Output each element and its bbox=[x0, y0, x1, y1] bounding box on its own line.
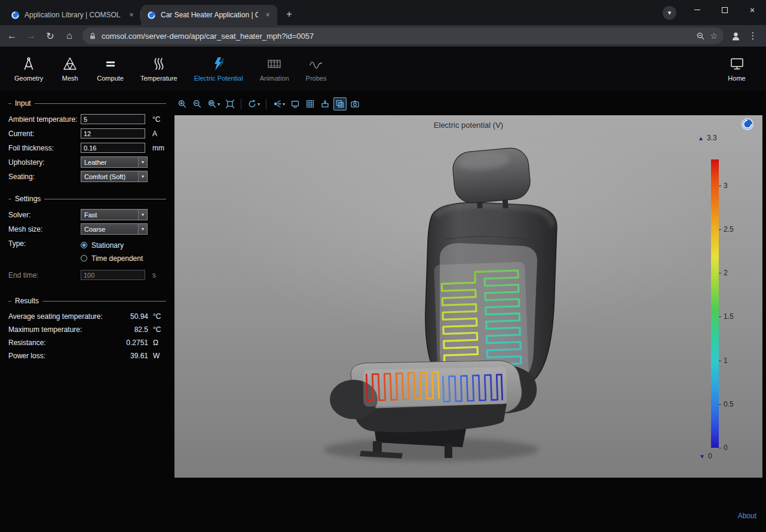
grid-button[interactable] bbox=[304, 97, 317, 110]
browser-menu-button[interactable]: ⋮ bbox=[746, 27, 760, 44]
legend-tick-label: 0 bbox=[724, 444, 728, 452]
radio-time-dependent[interactable]: Time dependent bbox=[81, 254, 166, 263]
animation-icon bbox=[266, 56, 283, 72]
legend-tick-label: 1 bbox=[724, 356, 728, 365]
foil-thickness-label: Foil thickness: bbox=[8, 144, 81, 152]
clip-plane-button[interactable] bbox=[318, 97, 332, 110]
result-unit: °C bbox=[148, 312, 166, 321]
car-seat-3d-model[interactable] bbox=[174, 115, 762, 478]
radio-stationary-label: Stationary bbox=[91, 241, 124, 250]
reload-button[interactable]: ↻ bbox=[42, 27, 59, 44]
result-row: Resistance: 0.2751 Ω bbox=[8, 336, 166, 349]
maximize-icon bbox=[722, 7, 728, 13]
ribbon-label: Temperature bbox=[140, 75, 177, 82]
zoom-box-button[interactable]: ▾ bbox=[206, 97, 222, 110]
probes-icon bbox=[308, 56, 324, 72]
upholstery-label: Upholstery: bbox=[8, 158, 81, 167]
zoom-extents-button[interactable] bbox=[223, 97, 237, 110]
type-label: Type: bbox=[8, 239, 81, 248]
url-text: comsol.com/server-demo/app/car_seat_heat… bbox=[102, 32, 691, 41]
tab-car-seat-heater[interactable]: Car Seat Heater Application | CO × bbox=[141, 5, 277, 25]
ribbon-label: Compute bbox=[97, 75, 124, 82]
upholstery-select[interactable]: Leather ▾ bbox=[81, 156, 148, 168]
ribbon-item-mesh[interactable]: Mesh bbox=[51, 53, 88, 85]
ribbon-item-temperature[interactable]: Temperature bbox=[132, 53, 186, 85]
ribbon-item-geometry[interactable]: Geometry bbox=[6, 53, 51, 85]
forward-button[interactable]: → bbox=[23, 27, 39, 44]
section-input: Input bbox=[8, 99, 166, 107]
scene-light-button[interactable]: ▾ bbox=[271, 97, 287, 110]
dropdown-caret-icon: ▾ bbox=[217, 102, 220, 107]
current-unit: A bbox=[148, 130, 166, 138]
minimize-button[interactable] bbox=[684, 0, 711, 20]
result-label: Maximum temperature: bbox=[8, 325, 114, 334]
tab-close-icon[interactable]: × bbox=[127, 10, 136, 20]
ribbon-item-electric-potential[interactable]: Electric Potential bbox=[186, 53, 252, 85]
legend-tick bbox=[719, 229, 721, 230]
browser-toolbar: ← → ↻ ⌂ comsol.com/server-demo/app/car_s… bbox=[0, 25, 766, 47]
tab-application-library[interactable]: Application Library | COMSOL Se × bbox=[5, 5, 141, 25]
tab-search-button[interactable]: ▾ bbox=[663, 6, 676, 20]
ribbon-item-animation[interactable]: Animation bbox=[252, 53, 298, 85]
close-button[interactable]: × bbox=[739, 0, 766, 20]
mesh-size-select[interactable]: Coarse ▾ bbox=[81, 223, 148, 235]
bookmark-star-icon[interactable]: ☆ bbox=[710, 31, 718, 41]
avatar-button[interactable] bbox=[728, 29, 743, 44]
color-legend-bar bbox=[711, 159, 719, 448]
current-field[interactable] bbox=[81, 128, 145, 139]
tab-close-icon[interactable]: × bbox=[263, 10, 272, 20]
result-value: 39.61 bbox=[114, 352, 148, 360]
heater-coil-cushion bbox=[363, 367, 507, 407]
graphics-toolbar: ▾ ▾ ▾ bbox=[176, 96, 766, 112]
result-label: Power loss: bbox=[8, 352, 114, 360]
end-time-field[interactable] bbox=[81, 270, 145, 280]
chevron-down-icon: ▾ bbox=[138, 157, 147, 167]
address-bar[interactable]: comsol.com/server-demo/app/car_seat_heat… bbox=[82, 27, 724, 44]
default-view-button[interactable]: ▾ bbox=[246, 97, 262, 110]
ribbon-item-compute[interactable]: Compute bbox=[88, 53, 132, 85]
result-row: Maximum temperature: 82.5 °C bbox=[8, 323, 166, 336]
browser-window: { "colors": { "accent_blue": "#31a2ea", … bbox=[0, 0, 766, 532]
ribbon-item-probes[interactable]: Probes bbox=[298, 53, 335, 85]
seating-select[interactable]: Comfort (Soft) ▾ bbox=[81, 171, 148, 182]
tab-title: Car Seat Heater Application | CO bbox=[161, 11, 258, 19]
minimize-icon bbox=[694, 10, 700, 10]
radio-stationary[interactable]: Stationary bbox=[81, 241, 166, 250]
zoom-in-button[interactable] bbox=[176, 97, 189, 110]
radio-unselected-icon bbox=[81, 255, 87, 262]
ribbon-item-home[interactable]: Home bbox=[718, 53, 755, 85]
end-time-unit: s bbox=[148, 271, 166, 279]
section-settings: Settings bbox=[8, 195, 166, 203]
seating-label: Seating: bbox=[8, 173, 81, 181]
page-zoom-icon[interactable] bbox=[696, 32, 705, 41]
chevron-down-icon: ▾ bbox=[138, 171, 147, 182]
mesh-size-label: Mesh size: bbox=[8, 225, 81, 233]
new-tab-button[interactable]: + bbox=[281, 6, 298, 23]
comsol-app: Geometry Mesh Compute Temperature bbox=[0, 47, 766, 532]
snapshot-button[interactable] bbox=[348, 97, 361, 110]
result-unit: W bbox=[148, 352, 166, 360]
graphics-canvas[interactable]: Electric potential (V) ▲ 3.3 bbox=[174, 115, 762, 478]
back-button[interactable]: ← bbox=[4, 27, 20, 44]
ambient-temperature-field[interactable] bbox=[81, 114, 145, 124]
transparency-button[interactable] bbox=[333, 97, 347, 110]
dropdown-caret-icon: ▾ bbox=[283, 102, 285, 107]
compute-icon bbox=[102, 56, 118, 72]
result-label: Resistance: bbox=[8, 339, 114, 347]
ribbon-label: Home bbox=[728, 75, 745, 82]
comsol-logo bbox=[741, 118, 754, 131]
environment-button[interactable] bbox=[289, 97, 302, 110]
zoom-out-button[interactable] bbox=[191, 97, 204, 110]
lock-icon bbox=[88, 32, 97, 41]
home-button[interactable]: ⌂ bbox=[61, 27, 78, 44]
maximize-button[interactable] bbox=[711, 0, 739, 20]
foil-thickness-field[interactable] bbox=[81, 143, 145, 153]
about-link[interactable]: About bbox=[738, 512, 756, 520]
legend-tick-label: 1.5 bbox=[724, 312, 734, 321]
result-unit: °C bbox=[148, 325, 166, 334]
solver-select[interactable]: Fast ▾ bbox=[81, 209, 148, 220]
result-value: 82.5 bbox=[114, 325, 148, 334]
home-icon bbox=[729, 56, 745, 72]
toolbar-separator bbox=[266, 99, 266, 109]
browser-titlebar: Application Library | COMSOL Se × Car Se… bbox=[0, 0, 766, 25]
